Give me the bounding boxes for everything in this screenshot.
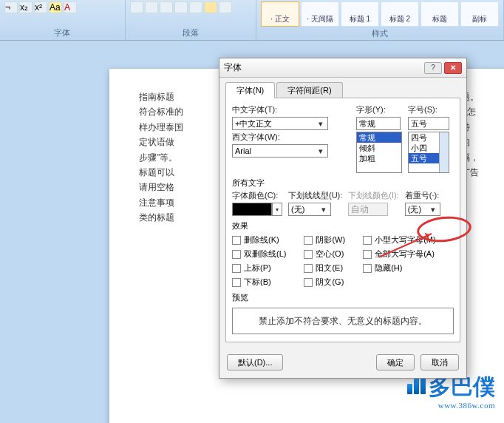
west-font-combo[interactable]: Arial▾ xyxy=(232,144,328,158)
chevron-down-icon: ▾ xyxy=(429,205,437,214)
chevron-down-icon: ▾ xyxy=(276,206,279,213)
label-style: 字形(Y): xyxy=(356,104,402,115)
ribbon: ¬ x₂ x² Aa A 字体 段落 · 正文 · 无间隔 标题 1 标题 2 … xyxy=(0,0,504,41)
label-emphasis: 着重号(·): xyxy=(405,190,440,201)
chevron-down-icon: ▾ xyxy=(316,119,325,129)
help-button[interactable]: ? xyxy=(424,62,442,74)
default-button[interactable]: 默认(D)... xyxy=(227,354,283,370)
chk-subscript[interactable]: 下标(B) xyxy=(232,277,286,288)
align-justify-icon[interactable] xyxy=(174,1,188,13)
style-tile-h1[interactable]: 标题 1 xyxy=(341,1,379,27)
label-font-color: 字体颜色(C): xyxy=(232,190,282,201)
size-listbox[interactable]: 四号 小四 五号 xyxy=(408,132,449,173)
label-preview: 预览 xyxy=(232,292,454,303)
ribbon-paragraph-group: 段落 xyxy=(126,0,256,40)
style-tile-h2[interactable]: 标题 2 xyxy=(381,1,419,27)
label-size: 字号(S): xyxy=(408,104,454,115)
strike-icon[interactable]: ¬ xyxy=(4,1,18,13)
styles-gallery[interactable]: · 正文 · 无间隔 标题 1 标题 2 标题 副标 xyxy=(261,1,499,27)
ribbon-para-label: 段落 xyxy=(130,26,251,38)
chk-hidden[interactable]: 隐藏(H) xyxy=(363,263,436,274)
label-underline: 下划线线型(U): xyxy=(288,190,342,201)
chk-superscript[interactable]: 上标(P) xyxy=(232,263,286,274)
chk-strike[interactable]: 删除线(K) xyxy=(232,234,286,246)
font-color-icon[interactable]: A xyxy=(64,1,77,13)
align-left-icon[interactable] xyxy=(130,1,143,13)
label-all-text: 所有文字 xyxy=(232,177,454,189)
ribbon-styles-group: · 正文 · 无间隔 标题 1 标题 2 标题 副标 样式 xyxy=(256,0,504,40)
ribbon-font-label: 字体 xyxy=(4,26,120,38)
chk-dblstrike[interactable]: 双删除线(L) xyxy=(232,248,286,260)
titlebar[interactable]: 字体 ? ✕ xyxy=(219,58,466,78)
style-tile-subtitle[interactable]: 副标 xyxy=(460,1,499,27)
preview-box: 禁止添加不符合要求、无意义的标题内容。 xyxy=(232,308,454,334)
subscript-icon[interactable]: x₂ xyxy=(19,1,33,13)
align-center-icon[interactable] xyxy=(145,1,158,13)
ribbon-styles-label: 样式 xyxy=(261,27,499,39)
effects-grid: 删除线(K) 双删除线(L) 上标(P) 下标(B) 阴影(W) 空心(O) 阳… xyxy=(232,234,454,288)
size-edit[interactable]: 五号 xyxy=(408,117,449,130)
chk-shadow[interactable]: 阴影(W) xyxy=(304,234,345,246)
chk-outline[interactable]: 空心(O) xyxy=(304,248,345,260)
shading-icon[interactable] xyxy=(204,1,217,13)
dialog-title: 字体 xyxy=(224,61,424,74)
ok-button[interactable]: 确定 xyxy=(376,354,415,370)
label-cn-font: 中文字体(T): xyxy=(232,104,350,115)
superscript-icon[interactable]: x² xyxy=(34,1,47,13)
tab-spacing[interactable]: 字符间距(R) xyxy=(276,82,342,98)
chk-emboss[interactable]: 阳文(E) xyxy=(304,263,345,274)
style-listbox[interactable]: 常规 倾斜 加粗 xyxy=(356,132,402,173)
align-right-icon[interactable] xyxy=(160,1,173,13)
tab-panel-font: 中文字体(T): +中文正文▾ 西文字体(W): Arial▾ 字形(Y): 常… xyxy=(225,98,460,342)
chevron-down-icon: ▾ xyxy=(316,146,325,156)
chevron-down-icon: ▾ xyxy=(319,205,328,214)
style-tile-nospace[interactable]: · 无间隔 xyxy=(301,1,339,27)
font-dialog: 字体 ? ✕ 字体(N) 字符间距(R) 中文字体(T): +中文正文▾ 西文字… xyxy=(219,58,467,379)
font-color-swatch[interactable] xyxy=(232,203,272,216)
label-west-font: 西文字体(W): xyxy=(232,132,350,143)
close-button[interactable]: ✕ xyxy=(444,62,462,74)
ribbon-font-group: ¬ x₂ x² Aa A 字体 xyxy=(0,0,126,40)
font-color-dd[interactable]: ▾ xyxy=(272,203,282,216)
style-edit[interactable]: 常规 xyxy=(356,117,401,130)
emphasis-combo[interactable]: (无)▾ xyxy=(405,203,440,216)
chk-engrave[interactable]: 阴文(G) xyxy=(304,277,345,288)
underline-combo[interactable]: (无)▾ xyxy=(288,203,331,216)
borders-icon[interactable] xyxy=(219,1,232,13)
underline-color-combo: 自动 xyxy=(348,203,388,216)
tabstrip: 字体(N) 字符间距(R) xyxy=(219,78,466,98)
chk-allcaps[interactable]: 全部大写字母(A) xyxy=(363,248,436,260)
dialog-button-row: 默认(D)... 确定 取消 xyxy=(219,348,466,378)
style-tile-normal[interactable]: · 正文 xyxy=(261,1,299,27)
label-effects: 效果 xyxy=(232,220,454,231)
style-tile-title[interactable]: 标题 xyxy=(420,1,459,27)
highlight-icon[interactable]: Aa xyxy=(49,1,62,13)
label-underline-color: 下划线颜色(I): xyxy=(348,190,398,201)
cn-font-combo[interactable]: +中文正文▾ xyxy=(232,117,328,130)
cancel-button[interactable]: 取消 xyxy=(420,354,459,370)
chk-smallcaps[interactable]: 小型大写字母(M) xyxy=(363,234,436,246)
line-spacing-icon[interactable] xyxy=(189,1,202,13)
tab-font[interactable]: 字体(N) xyxy=(225,82,275,98)
